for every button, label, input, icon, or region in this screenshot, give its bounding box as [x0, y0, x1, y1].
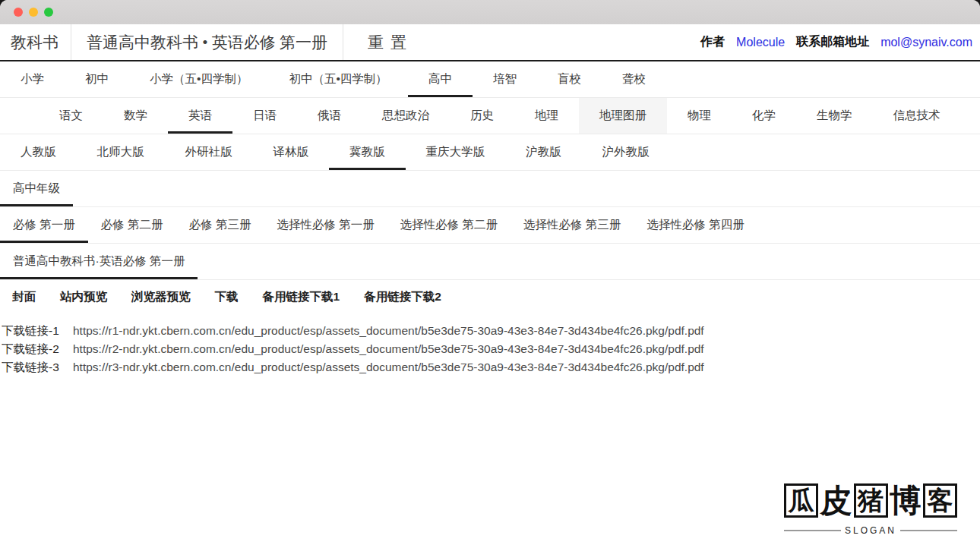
app-window: 教科书 普通高中教科书 • 英语必修 第一册 重置 作者 Molecule 联系…: [0, 0, 980, 548]
header: 教科书 普通高中教科书 • 英语必修 第一册 重置 作者 Molecule 联系…: [0, 24, 980, 61]
tab-book-1[interactable]: 普通高中教科书·英语必修 第一册: [0, 244, 198, 279]
nav-row-stage: 小学初中小学（五•四学制）初中（五•四学制）高中培智盲校聋校: [0, 61, 980, 98]
tab-stage-3[interactable]: 小学（五•四学制）: [129, 61, 268, 97]
tab-subject-3[interactable]: 英语: [168, 98, 232, 134]
download-label: 下载链接-3: [2, 360, 73, 376]
tab-subject-2[interactable]: 数学: [103, 98, 168, 134]
tab-stage-5[interactable]: 高中: [408, 61, 473, 97]
tab-resource-2[interactable]: 站内预览: [48, 280, 119, 314]
nav-row-grade: 高中年级: [0, 171, 980, 207]
tab-publisher-2[interactable]: 北师大版: [77, 134, 165, 170]
close-button[interactable]: [14, 8, 23, 17]
author-link[interactable]: Molecule: [736, 36, 785, 49]
nav-row-book: 普通高中教科书·英语必修 第一册: [0, 244, 980, 280]
nav-row-publisher: 人教版北师大版外研社版译林版冀教版重庆大学版沪教版沪外教版: [0, 134, 980, 171]
tab-subject-1[interactable]: 语文: [39, 98, 103, 134]
contact-email-link[interactable]: mol@synaiv.com: [880, 36, 972, 49]
download-row: 下载链接-1https://r1-ndr.ykt.cbern.com.cn/ed…: [2, 323, 980, 342]
tab-publisher-3[interactable]: 外研社版: [165, 134, 253, 170]
tab-publisher-7[interactable]: 沪教版: [505, 134, 582, 170]
download-url[interactable]: https://r1-ndr.ykt.cbern.com.cn/edu_prod…: [73, 324, 704, 338]
tab-stage-2[interactable]: 初中: [65, 61, 129, 97]
tab-publisher-6[interactable]: 重庆大学版: [406, 134, 506, 170]
tab-stage-7[interactable]: 盲校: [537, 61, 602, 97]
tab-resource-4[interactable]: 下载: [203, 280, 251, 314]
nav-row-resource: 封面站内预览浏览器预览下载备用链接下载1备用链接下载2: [0, 280, 980, 314]
logo-slogan: SLOGAN: [784, 525, 957, 536]
tab-subject-6[interactable]: 思想政治: [362, 98, 450, 134]
download-label: 下载链接-1: [2, 323, 73, 339]
titlebar: [0, 0, 980, 24]
logo-char: 瓜: [784, 483, 818, 518]
tab-volume-7[interactable]: 选择性必修 第四册: [634, 207, 757, 243]
contact-label: 联系邮箱地址: [796, 34, 869, 50]
download-row: 下载链接-2https://r2-ndr.ykt.cbern.com.cn/ed…: [2, 342, 980, 360]
logo-char: 皮: [820, 485, 852, 517]
site-logo: 瓜皮猪博客 SLOGAN: [784, 483, 957, 536]
tab-subject-10[interactable]: 物理: [667, 98, 732, 134]
tab-volume-4[interactable]: 选择性必修 第一册: [264, 207, 387, 243]
download-url[interactable]: https://r3-ndr.ykt.cbern.com.cn/edu_prod…: [73, 361, 704, 374]
logo-char: 客: [923, 483, 957, 518]
tab-volume-6[interactable]: 选择性必修 第三册: [511, 207, 634, 243]
tab-publisher-8[interactable]: 沪外教版: [582, 134, 670, 170]
author-label: 作者: [700, 34, 725, 50]
zoom-button[interactable]: [44, 8, 53, 17]
tab-subject-4[interactable]: 日语: [232, 98, 297, 134]
tab-resource-6[interactable]: 备用链接下载2: [352, 280, 454, 314]
header-meta: 作者 Molecule 联系邮箱地址 mol@synaiv.com: [700, 34, 980, 50]
download-label: 下载链接-2: [2, 342, 73, 357]
tab-subject-13[interactable]: 信息技术: [873, 98, 961, 134]
logo-char: 猪: [854, 483, 888, 518]
main-content: 下载链接-1https://r1-ndr.ykt.cbern.com.cn/ed…: [0, 314, 980, 548]
tab-subject-8[interactable]: 地理: [514, 98, 579, 134]
tab-volume-1[interactable]: 必修 第一册: [0, 207, 88, 243]
tab-subject-7[interactable]: 历史: [450, 98, 514, 134]
tab-publisher-1[interactable]: 人教版: [0, 134, 77, 170]
slogan-line-left: [784, 530, 841, 531]
nav-row-subject: 语文数学英语日语俄语思想政治历史地理地理图册物理化学生物学信息技术: [0, 98, 980, 134]
tab-stage-1[interactable]: 小学: [0, 61, 65, 97]
download-url[interactable]: https://r2-ndr.ykt.cbern.com.cn/edu_prod…: [73, 342, 704, 356]
tab-volume-3[interactable]: 必修 第三册: [176, 207, 264, 243]
logo-characters: 瓜皮猪博客: [784, 483, 957, 518]
slogan-line-right: [900, 530, 957, 531]
download-row: 下载链接-3https://r3-ndr.ykt.cbern.com.cn/ed…: [2, 360, 980, 378]
tab-resource-1[interactable]: 封面: [0, 280, 48, 314]
tab-stage-8[interactable]: 聋校: [602, 61, 666, 97]
tab-volume-5[interactable]: 选择性必修 第二册: [387, 207, 511, 243]
download-links: 下载链接-1https://r1-ndr.ykt.cbern.com.cn/ed…: [2, 323, 980, 378]
tab-volume-2[interactable]: 必修 第二册: [88, 207, 176, 243]
tab-resource-3[interactable]: 浏览器预览: [119, 280, 203, 314]
reset-button[interactable]: 重置: [343, 32, 413, 53]
app-title: 教科书: [0, 32, 71, 53]
nav-row-volume: 必修 第一册必修 第二册必修 第三册选择性必修 第一册选择性必修 第二册选择性必…: [0, 207, 980, 244]
tab-grade-1[interactable]: 高中年级: [0, 171, 73, 206]
tab-resource-5[interactable]: 备用链接下载1: [251, 280, 352, 314]
tab-stage-4[interactable]: 初中（五•四学制）: [268, 61, 407, 97]
tab-subject-5[interactable]: 俄语: [297, 98, 362, 134]
tab-subject-11[interactable]: 化学: [732, 98, 796, 134]
minimize-button[interactable]: [29, 8, 38, 17]
tab-publisher-4[interactable]: 译林版: [253, 134, 330, 170]
tab-stage-6[interactable]: 培智: [473, 61, 537, 97]
logo-char: 博: [890, 485, 922, 517]
slogan-text: SLOGAN: [841, 525, 900, 536]
current-book-title: 普通高中教科书 • 英语必修 第一册: [71, 32, 343, 53]
nav: 小学初中小学（五•四学制）初中（五•四学制）高中培智盲校聋校语文数学英语日语俄语…: [0, 61, 980, 314]
tab-publisher-5[interactable]: 冀教版: [329, 134, 406, 170]
tab-subject-12[interactable]: 生物学: [796, 98, 873, 134]
tab-subject-9[interactable]: 地理图册: [579, 98, 667, 134]
